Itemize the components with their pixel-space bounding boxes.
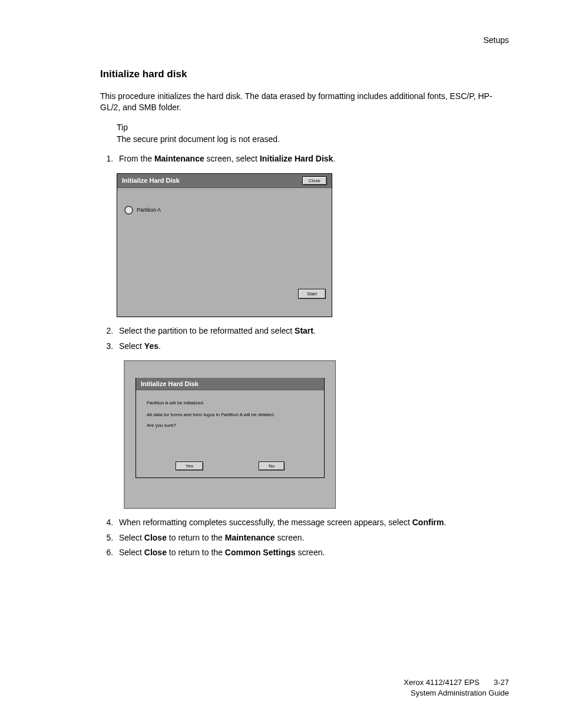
page-footer: Xerox 4112/4127 EPS3-27 System Administr… — [404, 677, 509, 699]
intro-paragraph: This procedure initializes the hard disk… — [100, 91, 509, 113]
step-text: screen. — [296, 548, 325, 557]
step-2: Select the partition to be reformatted a… — [115, 325, 509, 337]
section-title: Initialize hard disk — [100, 68, 509, 80]
tip-text: The secure print document log is not era… — [117, 133, 509, 145]
step-text: to return to the — [167, 533, 225, 542]
confirm-buttons: Yes No — [136, 462, 324, 470]
start-button[interactable]: Start — [298, 289, 326, 299]
dialog-title: Initialize Hard Disk — [136, 378, 324, 390]
partition-label: Partition A — [137, 207, 161, 213]
step-text: Select — [119, 533, 144, 542]
step-text: From the — [119, 154, 154, 163]
step-bold: Close — [144, 548, 167, 557]
step-5: Select Close to return to the Maintenanc… — [115, 532, 509, 544]
step-3: Select Yes. — [115, 341, 509, 353]
confirm-line-1: Partition A will be initialized. — [147, 400, 204, 406]
dialog-confirm: Initialize Hard Disk Partition A will be… — [135, 378, 325, 478]
dialog-initialize-hard-disk: Initialize Hard Disk Close Partition A S… — [117, 173, 332, 317]
step-text: . — [158, 341, 161, 351]
step-text: . — [444, 518, 446, 527]
dialog-titlebar: Initialize Hard Disk Close — [117, 174, 332, 188]
dialog-body: Partition A Start — [117, 188, 332, 317]
step-bold: Yes — [144, 341, 158, 351]
step-bold: Confirm — [412, 518, 444, 527]
step-bold: Maintenance — [154, 154, 204, 163]
footer-page-number: 3-27 — [494, 678, 509, 687]
confirm-line-2: All data for forms and form logos in Par… — [147, 412, 275, 417]
no-button[interactable]: No — [259, 462, 285, 470]
step-text: Select — [119, 548, 144, 557]
footer-product: Xerox 4112/4127 EPS — [404, 678, 480, 687]
tip-label: Tip — [117, 121, 509, 133]
page-header-right: Setups — [483, 35, 509, 45]
step-text: screen, select — [204, 154, 260, 163]
step-bold: Common Settings — [225, 548, 296, 557]
step-text: When reformatting completes successfully… — [119, 518, 412, 527]
radio-icon[interactable] — [124, 206, 133, 215]
partition-option[interactable]: Partition A — [124, 206, 161, 215]
footer-guide: System Administration Guide — [404, 688, 509, 699]
step-text: Select — [119, 341, 144, 351]
step-text: . — [313, 326, 316, 335]
tip-block: Tip The secure print document log is not… — [117, 121, 509, 146]
step-6: Select Close to return to the Common Set… — [115, 547, 509, 559]
step-4: When reformatting completes successfully… — [115, 517, 509, 529]
step-text: . — [333, 154, 335, 163]
step-text: to return to the — [167, 548, 225, 557]
dialog-title: Initialize Hard Disk — [122, 177, 180, 184]
step-bold: Start — [295, 326, 313, 335]
step-bold: Close — [144, 533, 167, 542]
dialog-confirm-wrapper: Initialize Hard Disk Partition A will be… — [124, 360, 336, 509]
step-bold: Maintenance — [225, 533, 275, 542]
step-1: From the Maintenance screen, select Init… — [115, 153, 509, 165]
step-text: screen. — [275, 533, 305, 542]
step-bold: Initialize Hard Disk — [260, 154, 333, 163]
yes-button[interactable]: Yes — [176, 462, 203, 470]
close-button[interactable]: Close — [302, 176, 327, 185]
confirm-line-3: Are you sure? — [147, 423, 176, 428]
step-text: Select the partition to be reformatted a… — [119, 326, 295, 335]
